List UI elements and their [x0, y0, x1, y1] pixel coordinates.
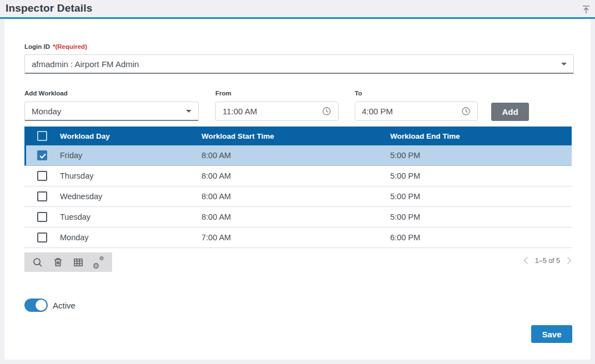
- search-icon[interactable]: [31, 256, 44, 269]
- cell-workload-start-time: 8:00 AM: [201, 151, 390, 160]
- cell-workload-end-time: 6:00 PM: [390, 233, 572, 242]
- chevron-down-icon: [186, 110, 191, 113]
- cell-workload-start-time: 8:00 AM: [201, 171, 390, 180]
- pagination: 1–5 of 5: [523, 256, 572, 265]
- row-checkbox-cell: [24, 232, 60, 242]
- active-toggle-label: Active: [53, 301, 75, 310]
- required-note: *(Required): [53, 43, 87, 50]
- row-checkbox-cell: [24, 212, 60, 222]
- title-bar: Inspector Details: [0, 0, 595, 17]
- page-title: Inspector Details: [6, 2, 93, 14]
- table-row[interactable]: Tuesday 8:00 AM 5:00 PM: [24, 207, 572, 228]
- login-id-select[interactable]: afmadmin : Airport FM Admin: [24, 54, 574, 74]
- cell-workload-day: Tuesday: [60, 213, 201, 221]
- chevron-down-icon: [561, 63, 567, 65]
- grid-toolbar: ⚙⚙: [24, 252, 112, 272]
- cell-workload-start-time: 7:00 AM: [201, 233, 390, 242]
- row-checkbox-cell: [24, 150, 60, 160]
- row-checkbox[interactable]: [37, 171, 47, 181]
- from-time-input[interactable]: 11:00 AM: [215, 102, 339, 121]
- cell-workload-end-time: 5:00 PM: [390, 171, 572, 180]
- clock-icon[interactable]: [322, 107, 331, 116]
- login-id-label: Login ID*(Required): [24, 43, 87, 50]
- next-page-icon[interactable]: [567, 256, 572, 265]
- row-checkbox[interactable]: [37, 191, 47, 201]
- table-row[interactable]: Wednesday 8:00 AM 5:00 PM: [24, 186, 572, 207]
- workload-day-value: Monday: [32, 107, 61, 116]
- cell-workload-start-time: 8:00 AM: [201, 213, 390, 221]
- workload-table-header: Workload Day Workload Start Time Workloa…: [24, 127, 572, 145]
- inspector-details-panel: Login ID*(Required) afmadmin : Airport F…: [4, 19, 591, 360]
- add-workload-label: Add Workload: [24, 90, 68, 97]
- cell-workload-end-time: 5:00 PM: [390, 192, 572, 201]
- add-button[interactable]: Add: [491, 103, 529, 121]
- table-row[interactable]: Monday 7:00 AM 6:00 PM: [24, 228, 572, 248]
- cogs-icon[interactable]: ⚙⚙: [92, 256, 105, 269]
- header-checkbox-cell: [24, 131, 60, 141]
- column-header-start: Workload Start Time: [201, 132, 390, 140]
- pagination-text: 1–5 of 5: [535, 257, 560, 265]
- cell-workload-day: Thursday: [60, 171, 201, 180]
- workload-day-select[interactable]: Monday: [24, 102, 199, 121]
- select-all-checkbox[interactable]: [37, 131, 47, 141]
- to-label: To: [355, 90, 362, 97]
- cell-workload-day: Friday: [60, 151, 201, 160]
- cell-workload-day: Monday: [60, 233, 201, 242]
- save-button[interactable]: Save: [531, 325, 572, 343]
- table-row[interactable]: Friday 8:00 AM 5:00 PM: [24, 145, 572, 166]
- row-checkbox[interactable]: [37, 150, 47, 160]
- active-toggle[interactable]: [24, 299, 48, 312]
- table-row[interactable]: Thursday 8:00 AM 5:00 PM: [24, 166, 572, 186]
- to-time-value: 4:00 PM: [362, 107, 393, 116]
- from-time-value: 11:00 AM: [223, 107, 257, 116]
- clock-icon[interactable]: [461, 107, 471, 116]
- workload-table-body: Friday 8:00 AM 5:00 PM Thursday 8:00 AM …: [24, 145, 572, 248]
- to-time-input[interactable]: 4:00 PM: [355, 102, 478, 121]
- cell-workload-start-time: 8:00 AM: [201, 192, 390, 201]
- login-id-label-text: Login ID: [24, 43, 50, 50]
- cell-workload-end-time: 5:00 PM: [390, 213, 572, 221]
- login-id-value: afmadmin : Airport FM Admin: [32, 59, 139, 69]
- trash-icon[interactable]: [52, 256, 65, 269]
- collapse-to-top-icon[interactable]: [581, 4, 592, 15]
- toggle-knob: [36, 300, 47, 311]
- row-checkbox-cell: [24, 191, 60, 201]
- previous-page-icon[interactable]: [523, 256, 528, 265]
- cell-workload-end-time: 5:00 PM: [390, 151, 572, 160]
- row-checkbox[interactable]: [37, 212, 47, 222]
- row-checkbox[interactable]: [37, 232, 47, 242]
- column-header-day: Workload Day: [60, 132, 201, 140]
- column-header-end: Workload End Time: [390, 132, 572, 140]
- from-label: From: [215, 90, 231, 97]
- workload-table: Workload Day Workload Start Time Workloa…: [24, 127, 572, 248]
- active-toggle-row: Active: [24, 299, 75, 312]
- row-checkbox-cell: [24, 171, 60, 181]
- cell-workload-day: Wednesday: [60, 192, 201, 201]
- grid-icon[interactable]: [72, 256, 85, 269]
